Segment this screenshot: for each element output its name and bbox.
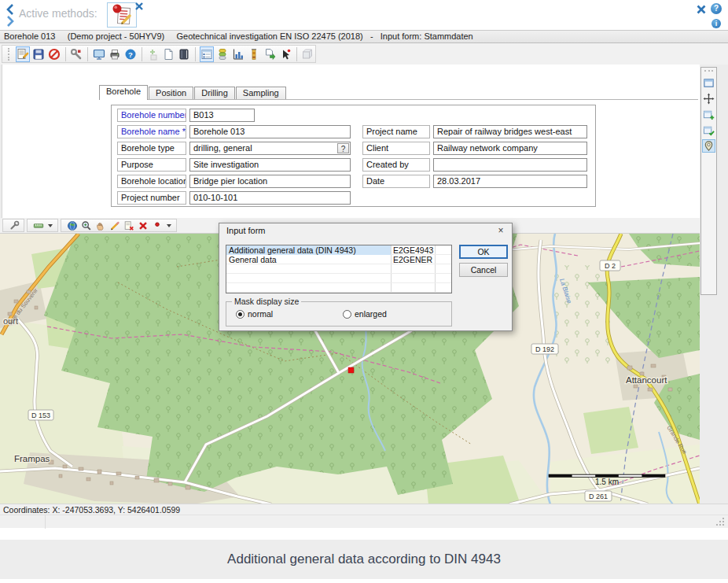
radio-enlarged[interactable]: enlarged: [343, 309, 387, 319]
profile-stack-icon[interactable]: [215, 46, 230, 62]
tab-position[interactable]: Position: [149, 87, 193, 100]
borehole-name-input[interactable]: Borehole 013: [189, 125, 351, 138]
panel-layout-icon[interactable]: [702, 76, 715, 90]
cancel-icon[interactable]: [47, 46, 61, 62]
marker-dropdown-caret[interactable]: [167, 224, 171, 227]
borehole-type-input[interactable]: drilling, general: [189, 142, 351, 155]
toolbar-row: ?: [0, 43, 728, 65]
project-name-label: Project name: [362, 125, 430, 138]
toolbar-grip[interactable]: [8, 48, 11, 61]
map-toolbar-segment: [2, 219, 24, 232]
wrench-icon[interactable]: [8, 220, 20, 232]
data-list-icon[interactable]: [200, 46, 214, 62]
panel-close-icon[interactable]: [697, 5, 706, 14]
edit-annotation-icon[interactable]: [123, 220, 135, 232]
list-empty-row: [226, 283, 451, 293]
method-close-icon[interactable]: [135, 2, 143, 10]
created-by-label: Created by: [362, 158, 430, 172]
side-toolbar: [700, 67, 717, 295]
borehole-number-input[interactable]: B013: [189, 109, 255, 122]
location-pin-icon[interactable]: [702, 139, 715, 153]
screen-icon[interactable]: [92, 46, 106, 62]
borehole-number-label: Borehole number *: [117, 109, 186, 122]
print-icon[interactable]: [108, 46, 122, 62]
borehole-log-icon[interactable]: [247, 46, 261, 62]
mask-display-size-label: Mask display size: [232, 297, 301, 306]
purpose-input[interactable]: Site investigation: [189, 158, 351, 172]
borehole-location-input[interactable]: Bridge pier location: [189, 175, 351, 188]
bar-chart-icon[interactable]: [231, 46, 245, 62]
borehole-location-label: Borehole location: [117, 175, 186, 188]
input-form-dialog: Input form × Additional general data (DI…: [219, 223, 513, 331]
archive-book-icon[interactable]: [177, 46, 191, 62]
delete-icon[interactable]: [137, 220, 149, 232]
svg-text:D 261: D 261: [589, 493, 608, 500]
zoom-icon[interactable]: [80, 220, 93, 232]
help-icon[interactable]: ?: [123, 46, 138, 62]
list-item-general-data[interactable]: General data E2GENER: [226, 255, 451, 264]
client-label: Client: [362, 142, 430, 155]
marker-dot-icon[interactable]: [151, 220, 164, 232]
panel-apply-icon[interactable]: [702, 124, 715, 137]
move-icon[interactable]: [702, 92, 715, 105]
main-toolbar: ?: [2, 45, 316, 63]
svg-text:D 192: D 192: [535, 345, 554, 353]
date-input[interactable]: 28.03.2017: [433, 175, 587, 188]
form-list[interactable]: Additional general data (DIN 4943) E2GE4…: [226, 245, 452, 293]
borehole-marker[interactable]: [348, 367, 354, 373]
mask-display-size-group: Mask display size normal enlarged: [226, 301, 452, 327]
edit-form-icon[interactable]: [16, 46, 30, 62]
pointer-icon[interactable]: [278, 46, 292, 62]
ruler-dropdown-caret[interactable]: [48, 224, 53, 227]
tools-icon[interactable]: [69, 46, 83, 62]
radio-normal-circle[interactable]: [236, 310, 245, 319]
purpose-label: Purpose: [117, 158, 186, 172]
list-empty-row: [226, 264, 451, 274]
resize-grip-icon[interactable]: [715, 517, 725, 526]
dialog-title: Input form: [219, 223, 512, 238]
help-icon[interactable]: ?: [711, 3, 722, 14]
created-by-input[interactable]: [433, 158, 587, 172]
panel-add-icon[interactable]: [702, 108, 715, 121]
globe-icon[interactable]: [66, 220, 79, 232]
project-number-input[interactable]: 010-10-101: [189, 191, 351, 205]
list-empty-row: [226, 274, 451, 283]
toolbar-separator: [87, 47, 88, 61]
status-bar-secondary: [0, 515, 728, 528]
right-side-strip: [700, 65, 728, 504]
toolbar-grip[interactable]: [704, 70, 713, 74]
pan-hand-icon[interactable]: [94, 220, 107, 232]
list-item-additional-general-data[interactable]: Additional general data (DIN 4943) E2GE4…: [226, 245, 451, 255]
coordinates-status-bar: Coordinates: X: -247053.3693, Y: 5426401…: [0, 504, 728, 515]
grid-3d-icon[interactable]: [300, 46, 314, 62]
radio-enlarged-circle[interactable]: [343, 310, 351, 319]
export-document-icon[interactable]: [263, 46, 277, 62]
project-number-label: Project number: [117, 191, 186, 205]
tab-page-border: [99, 99, 698, 100]
dialog-close-icon[interactable]: ×: [495, 225, 506, 236]
client-input[interactable]: Railway network company: [433, 142, 587, 155]
field-group-box: Borehole number * B013 Borehole name * B…: [111, 105, 596, 207]
document-icon[interactable]: [161, 46, 175, 62]
map-toolbar-segment: [61, 219, 177, 232]
radio-normal[interactable]: normal: [236, 309, 273, 319]
info-icon[interactable]: i: [711, 19, 721, 28]
ruler-icon[interactable]: [32, 220, 45, 232]
draw-pencil-icon[interactable]: [108, 220, 121, 232]
new-entry-icon[interactable]: [145, 46, 160, 62]
tab-borehole[interactable]: Borehole: [99, 85, 148, 100]
active-method-tile[interactable]: [107, 2, 137, 28]
svg-text:Frampas: Frampas: [14, 454, 50, 463]
document-title-bar: Borehole 013 (Demo project - 50HYV9) Geo…: [0, 30, 728, 43]
caption-band: Additional general data according to DIN…: [0, 540, 728, 579]
collapse-chevrons-icon[interactable]: [5, 3, 16, 27]
borehole-type-lookup-button[interactable]: ?: [337, 143, 349, 153]
tab-sampling[interactable]: Sampling: [236, 87, 286, 100]
ok-button[interactable]: OK: [459, 245, 508, 259]
project-name-input[interactable]: Repair of railway bridges west-east: [433, 125, 587, 138]
save-icon[interactable]: [31, 46, 46, 62]
cancel-button[interactable]: Cancel: [459, 263, 508, 277]
tab-drilling[interactable]: Drilling: [194, 87, 235, 100]
stammdaten-method-icon: [108, 3, 136, 27]
borehole-name-label: Borehole name *: [117, 125, 186, 138]
